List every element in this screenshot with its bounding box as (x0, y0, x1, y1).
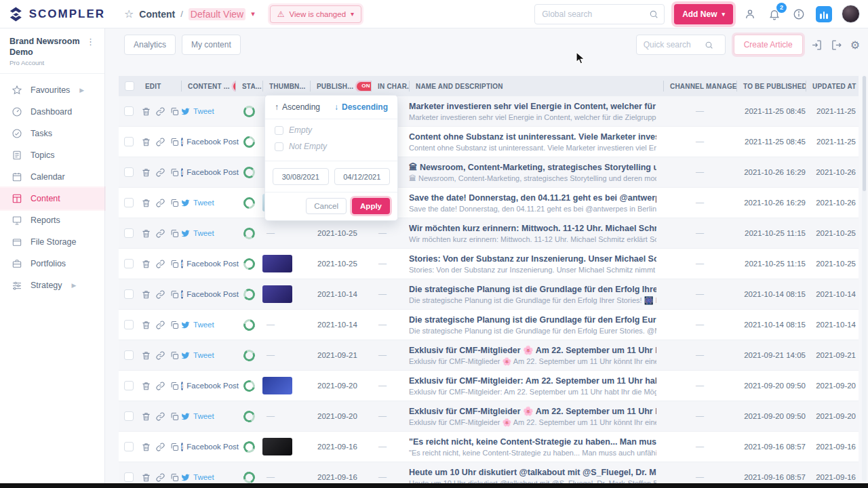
copy-icon[interactable] (170, 167, 180, 178)
name-and-description[interactable]: "Es reicht nicht, keine Content-Strategi… (409, 437, 663, 457)
workspace-switcher[interactable]: Brand Newsroom Demo Pro Account ⋮ (0, 28, 104, 74)
sort-descending-option[interactable]: ↓ Descending (334, 102, 388, 112)
breadcrumb-section[interactable]: Content (139, 9, 175, 20)
thumbnail[interactable]: — (262, 228, 275, 238)
link-icon[interactable] (155, 411, 165, 422)
row-checkbox[interactable] (124, 472, 134, 482)
copy-icon[interactable] (170, 320, 180, 330)
table-row[interactable]: f Tweet Marketer investieren sehr viel E… (119, 96, 859, 127)
favourite-star-icon[interactable]: ☆ (124, 7, 134, 20)
content-title[interactable]: 🏛 Newsroom, Content-Marketing, strategis… (409, 163, 656, 172)
copy-icon[interactable] (170, 411, 180, 422)
content-title[interactable]: Exklusiv für CMF-Mitgleider: Am 22. Sept… (409, 376, 656, 386)
content-type[interactable]: f Facebook Post (181, 382, 235, 390)
delete-icon[interactable] (141, 259, 151, 269)
content-type[interactable]: f Tweet (181, 107, 235, 116)
name-and-description[interactable]: Die strategische Planung ist die Grundla… (409, 315, 663, 335)
sidebar-item-favourites[interactable]: Favourites ▶ (0, 79, 104, 101)
content-title[interactable]: Marketer investieren sehr viel Energie i… (409, 102, 656, 111)
delete-icon[interactable] (141, 442, 151, 452)
row-checkbox[interactable] (124, 137, 134, 146)
copy-icon[interactable] (170, 381, 180, 391)
delete-icon[interactable] (141, 350, 151, 361)
global-search-input[interactable] (542, 9, 649, 19)
sidebar-item-topics[interactable]: Topics (0, 144, 104, 166)
export-icon[interactable] (831, 39, 842, 51)
tab-my-content[interactable]: My content (182, 35, 241, 55)
chevron-down-icon[interactable]: ▾ (251, 9, 255, 18)
date-to-input[interactable] (334, 168, 391, 185)
kebab-menu-icon[interactable]: ⋮ (83, 37, 98, 66)
col-channel-manager[interactable]: CHANNEL MANAGER (663, 81, 736, 92)
content-title[interactable]: "Es reicht nicht, keine Content-Strategi… (409, 437, 656, 447)
delete-icon[interactable] (141, 381, 151, 391)
sort-ascending-option[interactable]: ↑ Ascending (275, 102, 320, 112)
content-type[interactable]: f Facebook Post (181, 260, 235, 268)
delete-icon[interactable] (141, 106, 151, 117)
global-search[interactable] (534, 4, 665, 24)
delete-icon[interactable] (141, 167, 151, 178)
table-row[interactable]: f Tweet — 2021-09-21 — Exklusiv für CMF-… (119, 340, 859, 371)
delete-icon[interactable] (141, 472, 151, 483)
copy-icon[interactable] (170, 350, 180, 361)
sidebar-item-portfolios[interactable]: Portfolios (0, 253, 104, 274)
add-new-button[interactable]: Add New ▾ (674, 4, 733, 24)
copy-icon[interactable] (170, 228, 180, 239)
name-and-description[interactable]: Heute um 10 Uhr diskutiert @talkabout mi… (409, 468, 663, 484)
sidebar-item-strategy[interactable]: Strategy ▶ (0, 274, 104, 296)
quick-search[interactable] (636, 35, 726, 55)
link-icon[interactable] (155, 442, 165, 452)
link-icon[interactable] (155, 228, 165, 239)
table-row[interactable]: f Facebook Post Content ohne Substanz is… (119, 127, 859, 157)
table-row[interactable]: f Tweet — 2021-09-20 — Exklusiv für CMF-… (119, 401, 859, 432)
col-status[interactable]: STA... (235, 81, 262, 92)
not-empty-checkbox[interactable] (275, 142, 283, 151)
copy-icon[interactable] (170, 289, 180, 300)
row-checkbox[interactable] (124, 167, 134, 177)
content-title[interactable]: Save the date! Donnerstag, den 04.11.21 … (409, 193, 656, 203)
col-publish[interactable]: PUBLISH... ON (310, 81, 371, 92)
delete-icon[interactable] (141, 320, 151, 330)
table-row[interactable]: f Tweet — 2021-10-14 — Die strategische … (119, 310, 859, 340)
col-edit[interactable]: EDIT (139, 81, 181, 92)
name-and-description[interactable]: Exklusiv für CMF-Mitglieder 🌸 Am 22. Sep… (409, 345, 663, 366)
link-icon[interactable] (155, 167, 165, 178)
cancel-button[interactable]: Cancel (306, 198, 347, 214)
row-checkbox[interactable] (124, 259, 134, 268)
gear-icon[interactable]: ⚙ (850, 39, 860, 52)
vertical-scrollbar[interactable] (862, 76, 867, 481)
row-checkbox[interactable] (124, 350, 134, 360)
table-row[interactable]: f Tweet — 2021-10-25 — Wir möchten kurz … (119, 218, 859, 249)
tab-analytics[interactable]: Analytics (124, 35, 176, 55)
table-row[interactable]: f Facebook Post 🏛 Newsroom, Content-Mark… (119, 157, 859, 188)
content-type[interactable]: f Tweet (181, 473, 235, 482)
content-title[interactable]: Exklusiv für CMF-Mitgleider 🌸 Am 22. Sep… (409, 406, 656, 416)
notifications-bell-icon[interactable]: 2 (767, 7, 782, 22)
content-type[interactable]: f Facebook Post (181, 138, 235, 146)
user-avatar[interactable] (842, 5, 860, 23)
link-icon[interactable] (155, 137, 165, 147)
col-thumbnail[interactable]: THUMBN... (262, 81, 310, 92)
row-checkbox[interactable] (124, 442, 134, 451)
content-type[interactable]: f Tweet (181, 321, 235, 329)
copy-icon[interactable] (170, 259, 180, 269)
row-checkbox[interactable] (124, 411, 134, 421)
filter-empty-option[interactable]: Empty (275, 125, 388, 135)
table-row[interactable]: f Facebook Post 2021-10-25 — Stories: Vo… (119, 249, 859, 279)
table-row[interactable]: f Facebook Post 2021-10-14 — Die strateg… (119, 279, 859, 310)
content-title[interactable]: Wir möchten kurz erinnern: Mittwoch. 11-… (409, 224, 656, 233)
academy-icon[interactable] (743, 7, 757, 22)
content-type[interactable]: f Tweet (181, 229, 235, 238)
content-type[interactable]: f Facebook Post (181, 168, 235, 177)
table-row[interactable]: f Tweet — 2021-09-16 — Heute um 10 Uhr d… (119, 462, 859, 483)
link-icon[interactable] (155, 350, 165, 361)
delete-icon[interactable] (141, 198, 151, 208)
intercom-chat-icon[interactable] (816, 6, 832, 22)
copy-icon[interactable] (170, 442, 180, 452)
table-row[interactable]: f Facebook Post 2021-09-16 — "Es reicht … (119, 432, 859, 462)
name-and-description[interactable]: Content ohne Substanz ist uninteressant.… (409, 132, 663, 152)
name-and-description[interactable]: Stories: Von der Substanz zur Inszenieru… (409, 254, 663, 274)
thumbnail[interactable] (262, 255, 292, 272)
delete-icon[interactable] (141, 137, 151, 147)
content-type[interactable]: f Tweet (181, 412, 235, 421)
